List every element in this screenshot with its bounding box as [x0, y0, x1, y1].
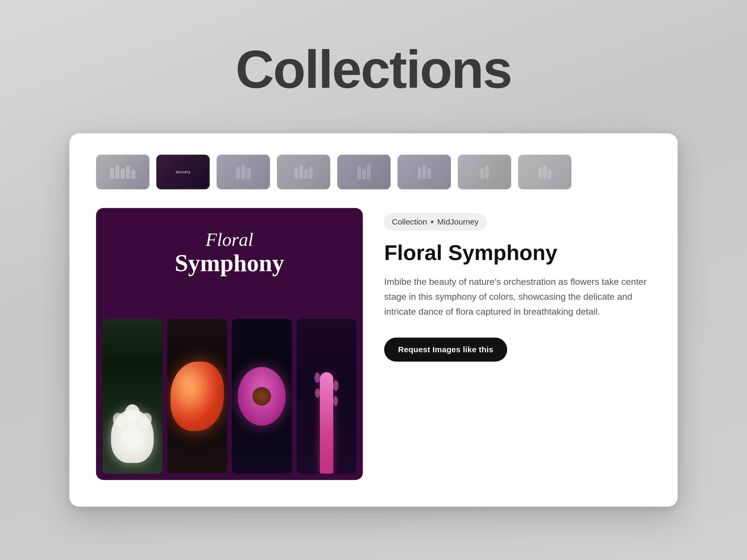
collection-title-bold: Symphony — [175, 250, 284, 276]
thumbnail-2[interactable]: Sorcery — [156, 155, 210, 189]
badge-dot — [431, 220, 434, 223]
main-content: Floral Symphony — [96, 208, 651, 480]
thumbnail-4[interactable] — [277, 155, 330, 189]
collection-title-overlay: Floral Symphony — [159, 208, 300, 287]
badge-platform-label: MidJourney — [437, 217, 479, 226]
main-card: Sorcery — [69, 133, 678, 507]
page-title: Collections — [236, 43, 511, 96]
collection-title-italic: Floral — [175, 229, 284, 250]
flower-grid — [96, 319, 363, 480]
thumbnail-strip: Sorcery — [96, 155, 651, 189]
collection-name: Floral Symphony — [384, 241, 651, 265]
thumbnail-8[interactable] — [518, 155, 571, 189]
collection-description: Imbibe the beauty of nature's orchestrat… — [384, 274, 651, 319]
flower-shape-4 — [320, 372, 333, 474]
thumbnail-6[interactable] — [397, 155, 451, 189]
badge-collection-label: Collection — [392, 217, 427, 226]
thumbnail-3[interactable] — [216, 155, 270, 189]
thumbnail-5[interactable] — [337, 155, 391, 189]
thumb-2-label: Sorcery — [174, 168, 192, 176]
flower-card-4 — [297, 319, 357, 474]
thumbnail-7[interactable] — [458, 155, 511, 189]
flower-card-1 — [102, 319, 162, 474]
flower-shape-3 — [238, 367, 286, 426]
flower-shape-2 — [171, 362, 224, 431]
collection-badge: Collection MidJourney — [384, 213, 486, 231]
collection-image-panel: Floral Symphony — [96, 208, 363, 480]
flower-card-2 — [167, 319, 227, 474]
detail-panel: Collection MidJourney Floral Symphony Im… — [384, 208, 651, 362]
request-images-button[interactable]: Request Images like this — [384, 338, 507, 362]
thumbnail-1[interactable] — [96, 155, 149, 189]
flower-shape-1 — [111, 409, 154, 463]
flower-card-3 — [232, 319, 292, 474]
